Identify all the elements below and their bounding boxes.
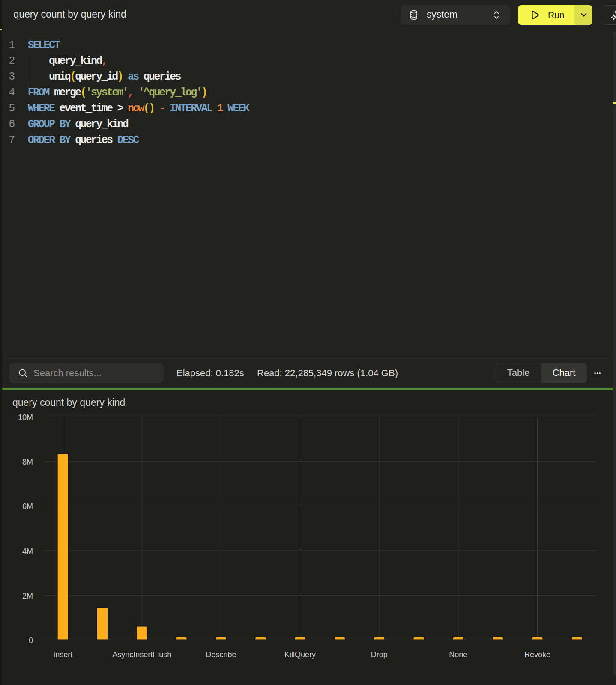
svg-text:AsyncInsertFlush: AsyncInsertFlush (112, 650, 171, 659)
svg-text:Describe: Describe (206, 650, 236, 659)
svg-text:Revoke: Revoke (524, 650, 550, 659)
svg-text:8M: 8M (22, 458, 33, 466)
svg-text:2M: 2M (22, 592, 33, 600)
svg-text:KillQuery: KillQuery (284, 650, 316, 659)
svg-text:6M: 6M (22, 502, 33, 511)
svg-text:Drop: Drop (371, 650, 388, 659)
svg-text:0: 0 (29, 636, 33, 645)
svg-text:4M: 4M (22, 547, 33, 556)
svg-text:None: None (449, 650, 467, 659)
svg-text:Insert: Insert (53, 650, 72, 659)
svg-text:10M: 10M (18, 413, 33, 422)
